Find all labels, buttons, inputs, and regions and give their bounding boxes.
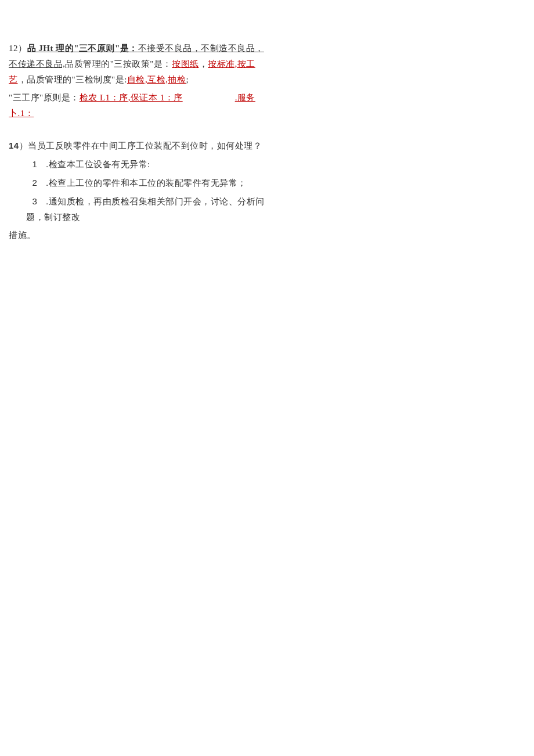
q12-title-bold: 品 JHt 理的"三不原则"是： (27, 44, 138, 53)
q12-after2: ，品质管理的"三检制度"是: (18, 75, 127, 84)
q12-after1: 品质管理的"三按政策"是： (65, 59, 172, 69)
document-page: 12）品 JHt 理的"三不原则"是：不接受不良品，不制造不良品，不传递不良品,… (0, 0, 276, 243)
q14-item3-continuation: 措施。 (9, 228, 267, 243)
q12-line3: "三工序"原则是：检农 L1：序,保证本 1：序.服务卜.1： (9, 90, 267, 121)
q14-title: ）当员工反映零件在中间工序工位装配不到位时，如何处理？ (19, 141, 262, 150)
q14-item3-cont: 措施。 (9, 231, 36, 240)
q14-item3: 3 .通知质检，再由质检召集相关部门开会，讨论、分析问题，制订整改 (9, 193, 267, 225)
q14-item1-text: .检查本工位设备有无异常: (44, 160, 150, 169)
question-14-title: 14）当员工反映零件在中间工序工位装配不到位时，如何处理？ (9, 138, 267, 154)
q12-comma1: ， (199, 59, 208, 69)
q14-number: 14 (9, 141, 19, 150)
q12-line3a: "三工序"原则是： (9, 93, 80, 102)
list-num-3: 3 (26, 193, 44, 209)
q14-item2-text: .检查上工位的零件和本工位的装配零件有无异常； (44, 178, 247, 188)
list-num-2: 2 (26, 175, 44, 190)
q12-semi: ; (186, 75, 189, 84)
question-12: 12）品 JHt 理的"三不原则"是：不接受不良品，不制造不良品，不传递不良品,… (9, 41, 267, 88)
q12-prefix: 12） (9, 44, 27, 53)
q14-item2: 2 .检查上工位的零件和本工位的装配零件有无异常； (9, 175, 267, 191)
q12-link3[interactable]: 自检,互检,抽检 (127, 75, 186, 84)
q14-item1: 1 .检查本工位设备有无异常: (9, 156, 267, 172)
q12-link4[interactable]: 检农 L1：序,保证本 1：序 (80, 93, 183, 102)
list-num-1: 1 (26, 156, 44, 172)
q12-link1[interactable]: 按图纸 (172, 59, 199, 69)
q14-item3-text: .通知质检，再由质检召集相关部门开会，讨论、分析问题，制订整改 (26, 197, 265, 222)
